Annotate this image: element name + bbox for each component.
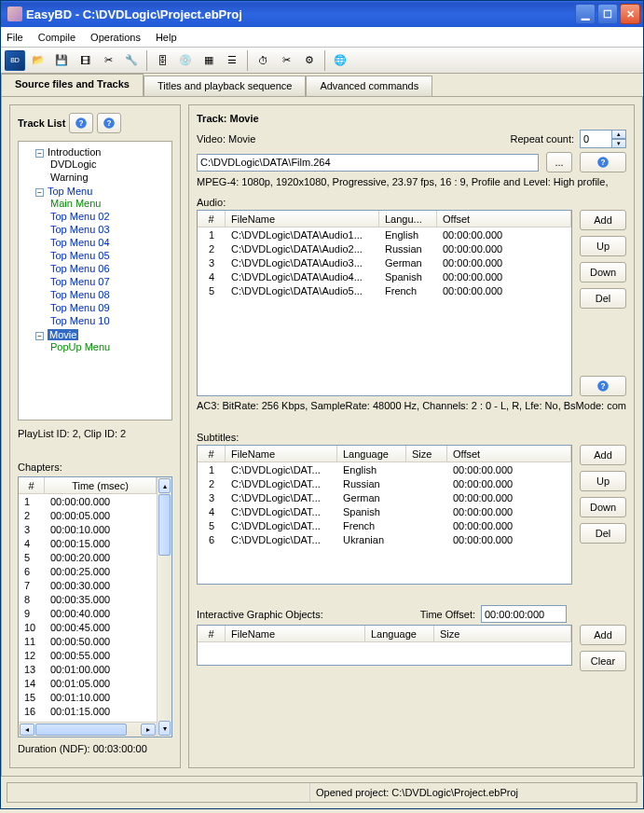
- tree-node-tm09[interactable]: Top Menu 09: [50, 302, 110, 313]
- col-time[interactable]: Time (msec): [45, 477, 157, 493]
- tree-node-popup[interactable]: PopUp Menu: [50, 341, 110, 352]
- spin-up-icon[interactable]: ▴: [611, 130, 626, 139]
- table-row[interactable]: 6C:\DVDLogic\DAT...Ukranian00:00:00.000: [198, 532, 571, 546]
- audio-up-button[interactable]: Up: [580, 236, 626, 256]
- tree-node-tm06[interactable]: Top Menu 06: [50, 263, 110, 274]
- tool-clock-icon[interactable]: ⏱: [253, 50, 273, 71]
- tool-list-icon[interactable]: ▦: [199, 50, 219, 71]
- tool-save-icon[interactable]: 💾: [51, 50, 72, 71]
- tool-new-icon[interactable]: BD: [5, 50, 25, 71]
- chapters-body[interactable]: 100:00:00.000200:00:05.000300:00:10.0004…: [19, 494, 157, 722]
- table-row[interactable]: 1000:00:45.000: [19, 620, 157, 634]
- table-row[interactable]: 2C:\DVDLogic\DATA\Audio2...Russian00:00:…: [198, 241, 571, 255]
- table-row[interactable]: 1400:01:05.000: [19, 676, 157, 690]
- table-row[interactable]: 300:00:10.000: [19, 522, 157, 536]
- table-row[interactable]: 500:00:20.000: [19, 550, 157, 564]
- col-offset[interactable]: Offset: [437, 211, 571, 227]
- table-row[interactable]: 1600:01:15.000: [19, 704, 157, 718]
- tool-film-icon[interactable]: 🎞: [75, 50, 95, 71]
- table-row[interactable]: 2C:\DVDLogic\DAT...Russian00:00:00.000: [198, 476, 571, 490]
- table-row[interactable]: 900:00:40.000: [19, 606, 157, 620]
- tool-struct-icon[interactable]: ☰: [222, 50, 242, 71]
- table-row[interactable]: 1500:01:10.000: [19, 690, 157, 704]
- repeat-count-input[interactable]: [580, 130, 611, 148]
- tool-scissors-icon[interactable]: ✂: [276, 50, 296, 71]
- tool-globe-icon[interactable]: 🌐: [330, 50, 350, 71]
- audio-del-button[interactable]: Del: [580, 288, 626, 309]
- igo-clear-button[interactable]: Clear: [580, 651, 626, 671]
- col-num[interactable]: #: [198, 626, 226, 641]
- track-tree[interactable]: −Introduction DVDLogic Warning −Top Menu…: [21, 145, 170, 354]
- table-row[interactable]: 3C:\DVDLogic\DATA\Audio3...German00:00:0…: [198, 255, 571, 269]
- table-row[interactable]: 1C:\DVDLogic\DATA\Audio1...English00:00:…: [198, 227, 571, 241]
- menu-compile[interactable]: Compile: [38, 32, 75, 43]
- chapters-v-scroll[interactable]: ▴ ▾: [157, 477, 171, 737]
- col-size[interactable]: Size: [434, 626, 571, 641]
- sub-down-button[interactable]: Down: [580, 497, 626, 517]
- track-list-help-button-2[interactable]: ?: [97, 113, 121, 133]
- col-language[interactable]: Language: [337, 446, 406, 462]
- maximize-button[interactable]: ☐: [597, 4, 618, 24]
- audio-body[interactable]: 1C:\DVDLogic\DATA\Audio1...English00:00:…: [198, 227, 571, 297]
- col-offset[interactable]: Offset: [447, 446, 571, 462]
- table-row[interactable]: 5C:\DVDLogic\DAT...French00:00:00.000: [198, 518, 571, 532]
- table-row[interactable]: 100:00:00.000: [19, 494, 157, 508]
- browse-button[interactable]: ...: [546, 152, 572, 172]
- sub-header[interactable]: # FileName Language Size Offset: [198, 446, 571, 462]
- tree-node-tm04[interactable]: Top Menu 04: [50, 237, 110, 248]
- time-offset-field[interactable]: 00:00:00:000: [481, 605, 567, 623]
- sub-add-button[interactable]: Add: [580, 445, 626, 465]
- video-help-button[interactable]: ?: [580, 152, 626, 172]
- tree-node-tm02[interactable]: Top Menu 02: [50, 211, 110, 222]
- tree-node-tm07[interactable]: Top Menu 07: [50, 276, 110, 287]
- tool-tool-icon[interactable]: 🔧: [121, 50, 142, 71]
- col-filename[interactable]: FileName: [226, 446, 337, 462]
- minimize-button[interactable]: ▁: [575, 4, 596, 24]
- titlebar[interactable]: EasyBD - C:\DVDLogic\Project.ebProj ▁ ☐ …: [1, 1, 643, 27]
- tree-node-tm08[interactable]: Top Menu 08: [50, 289, 110, 300]
- tool-track-icon[interactable]: 🗄: [152, 50, 172, 71]
- tree-node-mainmenu[interactable]: Main Menu: [50, 198, 101, 209]
- tool-open-icon[interactable]: 📂: [28, 50, 48, 71]
- tree-node-tm05[interactable]: Top Menu 05: [50, 250, 110, 261]
- table-row[interactable]: 5C:\DVDLogic\DATA\Audio5...French00:00:0…: [198, 283, 571, 297]
- table-row[interactable]: 1C:\DVDLogic\DAT...English00:00:00.000: [198, 462, 571, 476]
- tree-node-dvdlogic[interactable]: DVDLogic: [50, 158, 97, 170]
- tab-titles[interactable]: Titles and playback sequence: [144, 76, 307, 96]
- video-path-field[interactable]: C:\DVDLogic\DATA\Film.264: [197, 154, 539, 172]
- sub-body[interactable]: 1C:\DVDLogic\DAT...English00:00:00.0002C…: [198, 462, 571, 546]
- table-row[interactable]: 1300:01:00.000: [19, 662, 157, 676]
- tree-node-topmenu[interactable]: Top Menu: [48, 186, 92, 197]
- tool-cut-icon[interactable]: ✂: [98, 50, 118, 71]
- scroll-down-icon[interactable]: ▾: [158, 721, 171, 736]
- sub-up-button[interactable]: Up: [580, 471, 626, 491]
- menu-file[interactable]: File: [7, 32, 23, 43]
- table-row[interactable]: 200:00:05.000: [19, 508, 157, 522]
- scroll-thumb[interactable]: [158, 494, 171, 556]
- repeat-count-spinner[interactable]: ▴▾: [580, 130, 626, 148]
- track-list-help-button-1[interactable]: ?: [69, 113, 93, 133]
- table-row[interactable]: 1200:00:55.000: [19, 648, 157, 662]
- chapters-h-scroll[interactable]: ◂ ▸: [19, 722, 157, 737]
- tree-toggle-icon[interactable]: −: [35, 332, 44, 340]
- close-button[interactable]: ✕: [620, 4, 640, 24]
- table-row[interactable]: 4C:\DVDLogic\DATA\Audio4...Spanish00:00:…: [198, 269, 571, 283]
- chapters-header[interactable]: # Time (msec): [19, 477, 157, 494]
- scroll-left-icon[interactable]: ◂: [20, 723, 34, 736]
- igo-add-button[interactable]: Add: [580, 625, 626, 645]
- table-row[interactable]: 800:00:35.000: [19, 592, 157, 606]
- audio-help-button[interactable]: ?: [580, 376, 626, 396]
- audio-add-button[interactable]: Add: [580, 210, 626, 230]
- tree-node-introduction[interactable]: Introduction: [48, 146, 101, 158]
- scroll-right-icon[interactable]: ▸: [141, 723, 156, 736]
- tab-advanced[interactable]: Advanced commands: [306, 76, 432, 96]
- tree-node-tm10[interactable]: Top Menu 10: [50, 315, 110, 326]
- col-size[interactable]: Size: [406, 446, 447, 462]
- tool-disc-icon[interactable]: 💿: [175, 50, 196, 71]
- table-row[interactable]: 1100:00:50.000: [19, 634, 157, 648]
- table-row[interactable]: 4C:\DVDLogic\DAT...Spanish00:00:00.000: [198, 504, 571, 518]
- menu-operations[interactable]: Operations: [90, 32, 141, 43]
- table-row[interactable]: 700:00:30.000: [19, 578, 157, 592]
- tool-gears-icon[interactable]: ⚙: [299, 50, 320, 71]
- table-row[interactable]: 400:00:15.000: [19, 536, 157, 550]
